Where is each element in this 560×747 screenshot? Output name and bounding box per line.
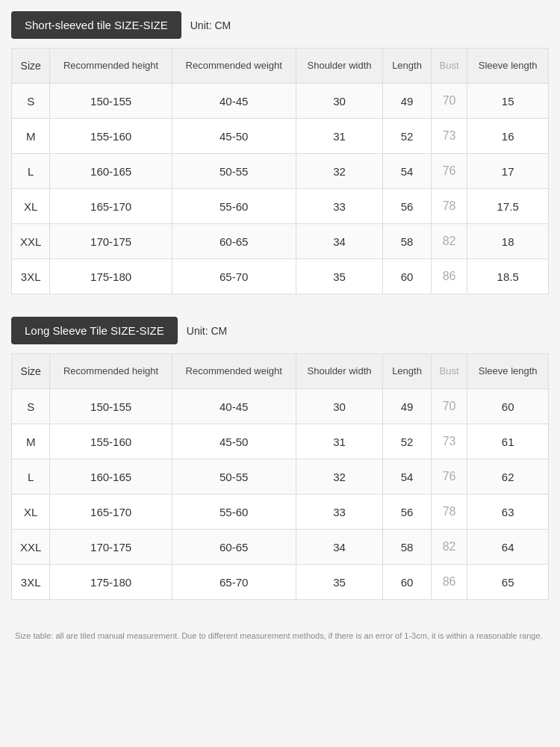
th-sleeve: Sleeve length [467,49,549,84]
cell-sleeve: 61 [467,424,549,459]
th-sleeve-long: Sleeve length [467,354,549,389]
cell-bust: 86 [431,565,467,600]
long-sleeve-section: Long Sleeve Tile SIZE-SIZE Unit: CM Size… [11,317,549,600]
cell-length: 60 [383,565,431,600]
cell-sleeve: 16 [467,119,549,154]
table-row: M 155-160 45-50 31 52 73 16 [12,119,549,154]
cell-sleeve: 18.5 [467,259,549,294]
th-weight: Recommended weight [172,49,296,84]
short-sleeve-header: Short-sleeved tile SIZE-SIZE Unit: CM [11,11,549,39]
cell-sleeve: 62 [467,459,549,495]
long-sleeve-title: Long Sleeve Tile SIZE-SIZE [11,317,178,344]
cell-length: 52 [383,424,431,459]
cell-height: 175-180 [50,259,172,294]
cell-shoulder: 35 [296,259,383,294]
cell-shoulder: 30 [296,389,383,424]
short-sleeve-tbody: S 150-155 40-45 30 49 70 15 M 155-160 45… [12,84,549,294]
cell-height: 160-165 [50,154,172,189]
cell-sleeve: 63 [467,495,549,530]
cell-height: 165-170 [50,189,172,224]
cell-size: 3XL [12,565,50,600]
short-sleeve-table: Size Recommended height Recommended weig… [11,48,549,294]
cell-height: 155-160 [50,424,172,459]
cell-sleeve: 18 [467,224,549,259]
cell-sleeve: 65 [467,565,549,600]
cell-size: L [12,459,50,495]
cell-size: M [12,119,50,154]
table-row: XL 165-170 55-60 33 56 78 17.5 [12,189,549,224]
th-height-long: Recommended height [50,354,172,389]
cell-length: 54 [383,459,431,495]
short-sleeve-header-row: Size Recommended height Recommended weig… [12,49,549,84]
th-weight-long: Recommended weight [172,354,296,389]
cell-shoulder: 35 [296,565,383,600]
th-bust: Bust [431,49,467,84]
cell-shoulder: 31 [296,119,383,154]
cell-shoulder: 31 [296,424,383,459]
cell-length: 60 [383,259,431,294]
cell-length: 54 [383,154,431,189]
cell-shoulder: 32 [296,459,383,495]
footer-note: Size table: all are tiled manual measure… [11,622,549,650]
cell-length: 58 [383,224,431,259]
cell-shoulder: 33 [296,495,383,530]
cell-weight: 40-45 [172,389,296,424]
table-row: 3XL 175-180 65-70 35 60 86 65 [12,565,549,600]
cell-size: XXL [12,224,50,259]
cell-sleeve: 17.5 [467,189,549,224]
th-shoulder-long: Shoulder width [296,354,383,389]
cell-bust: 78 [431,189,467,224]
cell-height: 165-170 [50,495,172,530]
cell-height: 160-165 [50,459,172,495]
short-sleeve-title: Short-sleeved tile SIZE-SIZE [11,11,181,39]
table-row: L 160-165 50-55 32 54 76 17 [12,154,549,189]
cell-weight: 50-55 [172,154,296,189]
cell-height: 170-175 [50,530,172,565]
cell-height: 155-160 [50,119,172,154]
cell-size: XXL [12,530,50,565]
cell-bust: 82 [431,224,467,259]
cell-weight: 55-60 [172,189,296,224]
table-row: 3XL 175-180 65-70 35 60 86 18.5 [12,259,549,294]
cell-bust: 73 [431,119,467,154]
cell-bust: 73 [431,424,467,459]
cell-shoulder: 34 [296,530,383,565]
cell-size: 3XL [12,259,50,294]
th-bust-long: Bust [431,354,467,389]
long-sleeve-tbody: S 150-155 40-45 30 49 70 60 M 155-160 45… [12,389,549,600]
cell-height: 170-175 [50,224,172,259]
cell-length: 56 [383,495,431,530]
short-sleeve-unit: Unit: CM [190,19,231,31]
table-row: S 150-155 40-45 30 49 70 60 [12,389,549,424]
cell-shoulder: 32 [296,154,383,189]
cell-bust: 76 [431,154,467,189]
cell-weight: 40-45 [172,84,296,119]
th-shoulder: Shoulder width [296,49,383,84]
cell-weight: 45-50 [172,119,296,154]
cell-height: 150-155 [50,84,172,119]
table-row: S 150-155 40-45 30 49 70 15 [12,84,549,119]
cell-sleeve: 60 [467,389,549,424]
cell-length: 49 [383,84,431,119]
cell-bust: 76 [431,459,467,495]
table-row: XXL 170-175 60-65 34 58 82 64 [12,530,549,565]
long-sleeve-header: Long Sleeve Tile SIZE-SIZE Unit: CM [11,317,549,344]
cell-weight: 60-65 [172,530,296,565]
cell-size: M [12,424,50,459]
cell-weight: 60-65 [172,224,296,259]
cell-shoulder: 33 [296,189,383,224]
cell-weight: 55-60 [172,495,296,530]
cell-length: 52 [383,119,431,154]
table-row: L 160-165 50-55 32 54 76 62 [12,459,549,495]
cell-sleeve: 64 [467,530,549,565]
cell-size: XL [12,495,50,530]
cell-length: 56 [383,189,431,224]
cell-bust: 78 [431,495,467,530]
table-row: XXL 170-175 60-65 34 58 82 18 [12,224,549,259]
cell-shoulder: 34 [296,224,383,259]
table-row: XL 165-170 55-60 33 56 78 63 [12,495,549,530]
cell-sleeve: 17 [467,154,549,189]
cell-shoulder: 30 [296,84,383,119]
long-sleeve-table: Size Recommended height Recommended weig… [11,353,549,600]
cell-bust: 70 [431,389,467,424]
